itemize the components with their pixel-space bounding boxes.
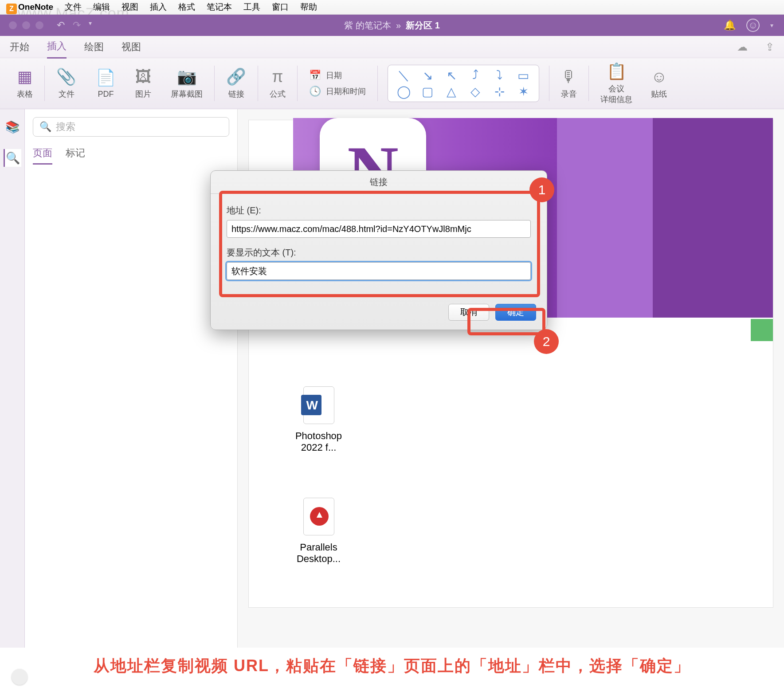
calendar-icon: 📅: [309, 70, 321, 81]
redo-icon[interactable]: ↷: [73, 20, 81, 31]
display-text-input[interactable]: [227, 262, 531, 280]
mic-icon: 🎙: [561, 67, 577, 86]
chevron-down-icon[interactable]: ▾: [770, 22, 773, 29]
address-label: 地址 (E):: [227, 204, 531, 216]
search-icon: 🔍: [39, 121, 51, 133]
tab-tags[interactable]: 标记: [66, 146, 85, 165]
arrow2-icon: ↖: [444, 70, 459, 81]
connector-icon: ⤴: [468, 70, 483, 81]
paperclip-icon: 📎: [56, 67, 76, 86]
window-title: 紫 的笔记本 » 新分区 1: [344, 20, 440, 31]
address-input[interactable]: [227, 220, 531, 238]
tab-pages[interactable]: 页面: [33, 146, 52, 165]
connector2-icon: ⤵: [492, 70, 507, 81]
dialog-title: 链接: [211, 171, 547, 194]
square-icon: ▢: [420, 86, 435, 97]
insert-pdf-button[interactable]: 📄PDF: [89, 63, 123, 103]
display-text-label: 要显示的文本 (T):: [227, 247, 531, 259]
ellipse-icon: ◯: [396, 86, 411, 97]
smile-icon: ☺: [651, 67, 667, 86]
arrow-icon: ↘: [420, 70, 435, 81]
ok-button[interactable]: 确定: [495, 304, 536, 321]
insert-image-button[interactable]: 🖼图片: [128, 63, 158, 103]
axes-icon: ⊹: [492, 86, 507, 97]
attachment-pdf[interactable]: Parallels Desktop...: [284, 498, 353, 565]
search-icon[interactable]: 🔍: [4, 149, 21, 167]
link-icon: 🔗: [226, 67, 246, 86]
insert-file-button[interactable]: 📎文件: [49, 63, 83, 103]
account-avatar[interactable]: ☺: [746, 19, 760, 32]
tab-view[interactable]: 视图: [122, 36, 141, 58]
meeting-icon: 📋: [607, 62, 627, 81]
window-titlebar: ↶ ↷ ▾ 紫 的笔记本 » 新分区 1 🔔 ☺ ▾: [0, 15, 784, 36]
insert-datetime-button[interactable]: 🕓日期和时间: [309, 86, 366, 97]
status-dot: [12, 669, 27, 685]
menu-window[interactable]: 窗口: [272, 1, 289, 13]
attachment-word[interactable]: Photoshop 2022 f...: [284, 386, 353, 453]
diamond-icon: ◇: [468, 86, 483, 97]
tab-insert[interactable]: 插入: [47, 35, 67, 59]
line-icon: ＼: [396, 70, 411, 81]
green-swatch: [751, 319, 773, 341]
ribbon-toolbar: ▦ 表格 📎文件 📄PDF 🖼图片 📷屏幕截图 🔗链接 π公式 📅日期 🕓日期和…: [0, 58, 784, 109]
menu-file[interactable]: 文件: [65, 1, 82, 13]
bell-icon[interactable]: 🔔: [724, 20, 736, 31]
clock-icon: 🕓: [309, 86, 321, 97]
cloud-sync-icon[interactable]: ☁: [737, 41, 748, 53]
brand-badge: Z: [6, 4, 17, 14]
search-input[interactable]: 🔍 搜索: [33, 117, 229, 137]
insert-table-button[interactable]: ▦ 表格: [10, 63, 40, 103]
cancel-button[interactable]: 取消: [448, 304, 489, 321]
link-dialog: 链接 地址 (E): 要显示的文本 (T): 取消 确定: [210, 170, 547, 330]
table-icon: ▦: [17, 67, 32, 86]
attachment-label: Parallels Desktop...: [284, 542, 353, 565]
menu-format[interactable]: 格式: [178, 1, 195, 13]
left-rail: 📚 🔍: [0, 109, 25, 648]
mac-menubar: OneNote 文件 编辑 视图 插入 格式 笔记本 工具 窗口 帮助: [0, 0, 784, 15]
insert-audio-button[interactable]: 🎙录音: [554, 63, 584, 103]
ribbon-tabs: 开始 插入 绘图 视图 ☁ ⇪: [0, 36, 784, 58]
app-name[interactable]: OneNote: [18, 2, 53, 12]
insert-sticker-button[interactable]: ☺贴纸: [644, 63, 674, 103]
insert-formula-button[interactable]: π公式: [263, 63, 293, 103]
chevron-down-icon[interactable]: ▾: [89, 20, 92, 31]
star-icon: ✶: [516, 86, 531, 97]
insert-date-button[interactable]: 📅日期: [309, 70, 366, 81]
rect-icon: ▭: [516, 70, 531, 81]
camera-icon: 📷: [177, 67, 197, 86]
undo-icon[interactable]: ↶: [57, 20, 65, 31]
image-icon: 🖼: [135, 67, 151, 86]
menu-edit[interactable]: 编辑: [93, 1, 110, 13]
menu-insert[interactable]: 插入: [150, 1, 167, 13]
notebooks-icon[interactable]: 📚: [4, 118, 21, 136]
meeting-details-button[interactable]: 📋会议 详细信息: [593, 63, 639, 103]
tab-draw[interactable]: 绘图: [84, 36, 104, 58]
menu-help[interactable]: 帮助: [300, 1, 317, 13]
share-icon[interactable]: ⇪: [765, 41, 774, 53]
tab-home[interactable]: 开始: [10, 36, 29, 58]
pi-icon: π: [272, 67, 283, 86]
pdf-icon: 📄: [96, 68, 116, 87]
pdf-file-icon: [303, 498, 334, 535]
menu-notebook[interactable]: 笔记本: [207, 1, 232, 13]
insert-screenshot-button[interactable]: 📷屏幕截图: [164, 63, 210, 103]
word-file-icon: [303, 386, 334, 424]
insert-link-button[interactable]: 🔗链接: [219, 63, 253, 103]
side-panel: 🔍 搜索 页面 标记: [25, 109, 238, 648]
callout-badge-2: 2: [534, 329, 559, 354]
menu-view[interactable]: 视图: [122, 1, 138, 13]
attachment-label: Photoshop 2022 f...: [284, 430, 353, 453]
callout-badge-1: 1: [529, 177, 554, 202]
shape-gallery[interactable]: ＼↘↖ ⤴⤵▭ ◯▢△ ◇⊹✶: [388, 65, 539, 102]
instruction-caption: 从地址栏复制视频 URL，粘贴在「链接」页面上的「地址」栏中，选择「确定」: [0, 655, 784, 677]
triangle-icon: △: [444, 86, 459, 97]
traffic-lights[interactable]: [9, 21, 43, 29]
menu-tools[interactable]: 工具: [243, 1, 260, 13]
